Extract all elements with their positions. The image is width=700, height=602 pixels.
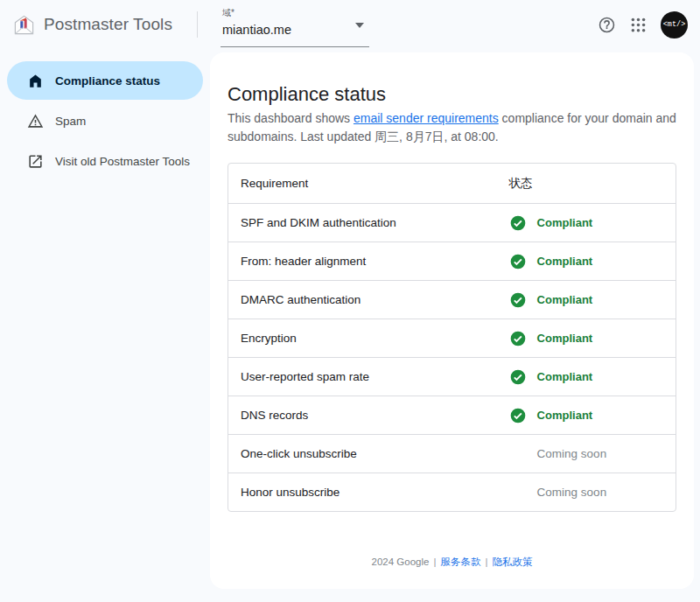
table-row: Honor unsubscribe Coming soon [228, 472, 676, 511]
requirement-cell: Encryption [228, 318, 497, 357]
requirement-cell: SPF and DKIM authentication [228, 203, 497, 242]
page-title: Compliance status [228, 82, 676, 107]
app-logo-home-link[interactable]: Postmaster Tools [12, 13, 172, 37]
status-text: Compliant [537, 409, 593, 422]
help-button[interactable] [591, 9, 622, 40]
apps-grid-button[interactable] [622, 9, 654, 40]
description-prefix: This dashboard shows [228, 111, 354, 125]
compliance-table: Requirement 状态 SPF and DKIM authenticati… [228, 163, 676, 512]
sidebar-item-label: Spam [55, 115, 86, 128]
sidebar-item-compliance-status[interactable]: Compliance status [7, 61, 203, 100]
footer-separator-2: | [485, 556, 487, 567]
open-in-new-icon [26, 152, 44, 170]
requirement-cell: DMARC authentication [228, 280, 497, 318]
apps-grid-icon [629, 16, 648, 34]
sidebar-nav: Compliance status Spam Visit old Postmas… [0, 49, 210, 602]
status-cell: Compliant [497, 280, 676, 318]
table-row: One-click unsubscribe Coming soon [228, 434, 676, 472]
table-row: Encryption Compliant [228, 318, 676, 357]
check-circle-icon [509, 291, 527, 309]
top-header: Postmaster Tools 域* miantiao.me <mt/> [0, 0, 700, 49]
status-text: Compliant [537, 370, 593, 383]
table-row: DMARC authentication Compliant [228, 280, 676, 318]
requirement-cell: Honor unsubscribe [228, 472, 497, 511]
table-header-row: Requirement 状态 [228, 164, 676, 203]
status-text: Coming soon [537, 486, 607, 499]
home-icon [26, 72, 44, 89]
status-cell: Compliant [497, 318, 676, 357]
status-cell: Compliant [497, 357, 676, 396]
footer-copyright: 2024 Google [372, 556, 430, 567]
table-row: DNS records Compliant [228, 396, 676, 434]
requirement-cell: One-click unsubscribe [228, 434, 497, 472]
status-cell: Compliant [497, 396, 676, 434]
content-card: Compliance status This dashboard shows e… [210, 52, 694, 589]
status-cell: Coming soon [497, 472, 676, 511]
sidebar-item-spam[interactable]: Spam [7, 102, 203, 140]
check-circle-icon [509, 330, 527, 347]
domain-selector-value: miantiao.me [222, 20, 368, 39]
account-avatar[interactable]: <mt/> [661, 11, 688, 38]
column-header-requirement: Requirement [228, 164, 497, 203]
check-circle-icon [509, 253, 527, 270]
check-circle-icon [509, 407, 527, 424]
email-sender-requirements-link[interactable]: email sender requirements [354, 111, 499, 125]
page-description: This dashboard shows email sender requir… [228, 109, 676, 146]
status-text: Coming soon [537, 447, 607, 460]
status-text: Compliant [537, 332, 593, 345]
table-row: From: header alignment Compliant [228, 242, 676, 280]
table-row: User-reported spam rate Compliant [228, 357, 676, 396]
help-icon [598, 16, 616, 34]
chevron-down-icon [355, 23, 364, 28]
requirement-cell: DNS records [228, 396, 497, 434]
footer-terms-link[interactable]: 服务条款 [440, 556, 480, 567]
app-title: Postmaster Tools [44, 15, 172, 34]
requirement-cell: From: header alignment [228, 242, 497, 280]
sidebar-item-label: Compliance status [55, 74, 160, 88]
status-text: Compliant [537, 255, 593, 268]
sidebar-item-visit-old-postmaster-tools[interactable]: Visit old Postmaster Tools [7, 142, 203, 180]
warning-triangle-icon [26, 112, 44, 130]
postmaster-logo-icon [12, 13, 36, 37]
status-cell: Coming soon [497, 434, 676, 472]
status-text: Compliant [537, 216, 593, 229]
sidebar-item-label: Visit old Postmaster Tools [55, 155, 190, 168]
header-divider [197, 11, 198, 38]
table-row: SPF and DKIM authentication Compliant [228, 203, 676, 242]
status-cell: Compliant [497, 203, 676, 242]
column-header-status: 状态 [497, 164, 676, 203]
footer-privacy-link[interactable]: 隐私政策 [492, 556, 532, 567]
check-circle-icon [509, 214, 527, 232]
domain-selector-label: 域* [222, 8, 368, 18]
domain-selector[interactable]: 域* miantiao.me [220, 2, 369, 47]
status-text: Compliant [537, 293, 593, 306]
requirement-cell: User-reported spam rate [228, 357, 497, 396]
check-circle-icon [509, 368, 527, 386]
status-cell: Compliant [497, 242, 676, 280]
footer-separator-1: | [433, 556, 436, 567]
page-footer: 2024 Google|服务条款|隐私政策 [228, 556, 676, 569]
